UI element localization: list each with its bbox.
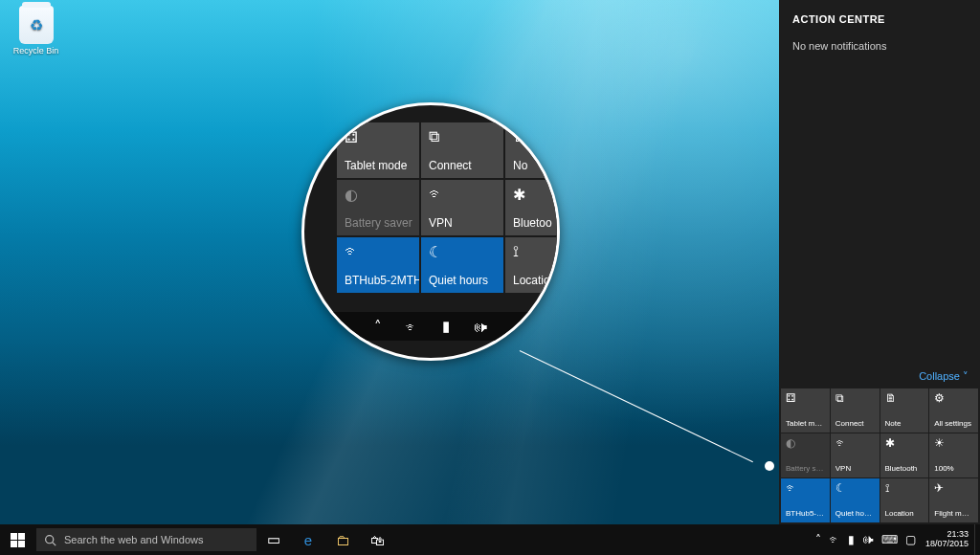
tile-icon: ⟟ [885, 482, 924, 496]
quick-tile-connect[interactable]: ⧉Connect [831, 388, 880, 433]
tile-icon: ✱ [885, 437, 924, 451]
tile-label: Tablet mode [786, 420, 825, 429]
tile-icon: ⧉ [835, 392, 875, 406]
mag-tile-1[interactable]: ⧉Connect [421, 122, 503, 178]
quick-tile-flight-mode[interactable]: ✈Flight mode [929, 478, 978, 522]
search-box[interactable]: Search the web and Windows [36, 528, 256, 551]
tray-chevron-icon[interactable]: ˄ [815, 533, 821, 546]
tile-icon: ⚙ [934, 392, 973, 406]
tile-icon: ᯤ [345, 243, 412, 260]
tile-label: Battery saver [786, 465, 825, 474]
quick-tile-100-[interactable]: ☀100% [929, 433, 978, 477]
recycle-bin-icon [19, 6, 54, 44]
clock-date: 18/07/2015 [925, 540, 969, 549]
tile-icon: ☾ [835, 482, 875, 496]
tile-label: BTHub5-2MTH [786, 510, 825, 519]
tile-label: Connect [429, 159, 496, 172]
tile-icon: ⚃ [786, 392, 825, 406]
show-desktop-button[interactable] [974, 524, 980, 555]
edge-icon: e [301, 532, 316, 547]
quick-tile-all-settings[interactable]: ⚙All settings [929, 388, 978, 433]
magnified-tiles: ⚃Tablet mode⧉Connect🗎No◐Battery saverᯤVP… [337, 122, 560, 293]
tile-label: Bluetoo [513, 216, 555, 230]
tray-chevron-icon[interactable]: ˄ [374, 318, 382, 335]
action-centre-title: ACTION CENTRE [779, 0, 980, 34]
tile-icon: ☾ [429, 243, 496, 260]
store-icon: 🛍 [369, 532, 385, 547]
tile-label: Bluetooth [885, 465, 924, 474]
tile-icon: ⧉ [429, 128, 496, 145]
system-tray: ˄ ᯤ ▮ 🕪 ⌨ ▢ [815, 533, 920, 546]
quick-tile-tablet-mode[interactable]: ⚃Tablet mode [781, 388, 830, 433]
tile-icon: ᯤ [835, 437, 875, 451]
tile-icon: ✱ [513, 186, 555, 203]
mag-tile-5[interactable]: ✱Bluetoo [505, 180, 560, 235]
quick-tile-vpn[interactable]: ᯤVPN [831, 433, 880, 477]
recycle-bin[interactable]: Recycle Bin [10, 6, 62, 56]
task-view-button[interactable]: ▭ [256, 524, 291, 555]
search-icon [44, 534, 56, 546]
tile-icon: ◐ [786, 437, 825, 451]
quick-tile-bluetooth[interactable]: ✱Bluetooth [880, 433, 929, 477]
tray-volume-icon[interactable]: 🕪 [862, 533, 874, 546]
mag-tile-4[interactable]: ᯤVPN [421, 180, 503, 235]
quick-tile-bthub5-2mth[interactable]: ᯤBTHub5-2MTH [781, 478, 830, 522]
no-notifications-text: No new notifications [779, 34, 980, 57]
mag-tile-6[interactable]: ᯤBTHub5-2MTH [337, 237, 419, 293]
quick-action-tiles: ⚃Tablet mode⧉Connect🗎Note⚙All settings◐B… [779, 388, 980, 524]
tile-icon: ⚃ [345, 128, 412, 145]
collapse-link[interactable]: Collapse ˅ [779, 365, 980, 388]
tray-notification-icon[interactable]: ▢ [905, 533, 916, 546]
mag-tile-0[interactable]: ⚃Tablet mode [337, 122, 419, 178]
tray-wifi-icon[interactable]: ᯤ [405, 319, 419, 335]
tile-label: VPN [429, 216, 496, 230]
tile-label: Note [885, 420, 924, 429]
tray-battery-icon[interactable]: ▮ [848, 533, 855, 546]
tile-label: Tablet mode [345, 159, 412, 172]
mag-tile-3[interactable]: ◐Battery saver [337, 180, 419, 235]
svg-point-0 [46, 535, 54, 543]
tray-volume-icon[interactable]: 🕪 [473, 319, 487, 335]
tray-keyboard-icon[interactable]: ⌨ [881, 533, 898, 546]
tray-wifi-icon[interactable]: ᯤ [829, 533, 840, 546]
edge-button[interactable]: e [291, 524, 325, 555]
tile-icon: ᯤ [786, 482, 825, 496]
search-placeholder: Search the web and Windows [64, 534, 204, 545]
tile-label: Quiet hours [429, 274, 496, 287]
quick-tile-quiet-hours[interactable]: ☾Quiet hours [831, 478, 880, 522]
windows-logo-icon [11, 533, 25, 547]
folder-icon: 🗀 [335, 532, 350, 547]
mag-tile-7[interactable]: ☾Quiet hours [421, 237, 503, 293]
svg-line-1 [53, 542, 56, 544]
tile-icon: ᯤ [429, 186, 496, 203]
tile-icon: ◐ [345, 186, 412, 203]
taskbar: Search the web and Windows ▭ e 🗀 🛍 ˄ ᯤ ▮… [0, 524, 980, 555]
tile-label: VPN [835, 465, 875, 474]
tile-label: Location [885, 510, 924, 519]
file-explorer-button[interactable]: 🗀 [325, 524, 360, 555]
quick-tile-location[interactable]: ⟟Location [880, 478, 929, 522]
recycle-bin-label: Recycle Bin [10, 46, 62, 56]
tray-battery-icon[interactable]: ▮ [442, 318, 450, 335]
tile-label: Flight mode [934, 510, 973, 519]
quick-tile-battery-saver[interactable]: ◐Battery saver [781, 433, 830, 477]
tile-icon: ✈ [934, 482, 973, 496]
magnifier-callout: ⚃Tablet mode⧉Connect🗎No◐Battery saverᯤVP… [301, 102, 560, 361]
task-view-icon: ▭ [266, 532, 281, 547]
store-button[interactable]: 🛍 [360, 524, 394, 555]
tile-label: All settings [934, 420, 973, 429]
tile-icon: ☀ [934, 437, 973, 451]
start-button[interactable] [0, 524, 34, 555]
tile-label: BTHub5-2MTH [345, 274, 412, 287]
tile-icon: 🗎 [885, 392, 924, 406]
taskbar-clock[interactable]: 21:33 18/07/2015 [920, 530, 974, 549]
tile-label: 100% [934, 465, 973, 474]
tile-label: Connect [835, 420, 875, 429]
callout-dot [765, 461, 774, 471]
tile-label: Quiet hours [835, 510, 875, 519]
action-centre-panel: ACTION CENTRE No new notifications Colla… [779, 0, 980, 524]
tile-label: Battery saver [345, 216, 412, 230]
tile-icon: ⟟ [513, 243, 555, 260]
quick-tile-note[interactable]: 🗎Note [880, 388, 929, 433]
